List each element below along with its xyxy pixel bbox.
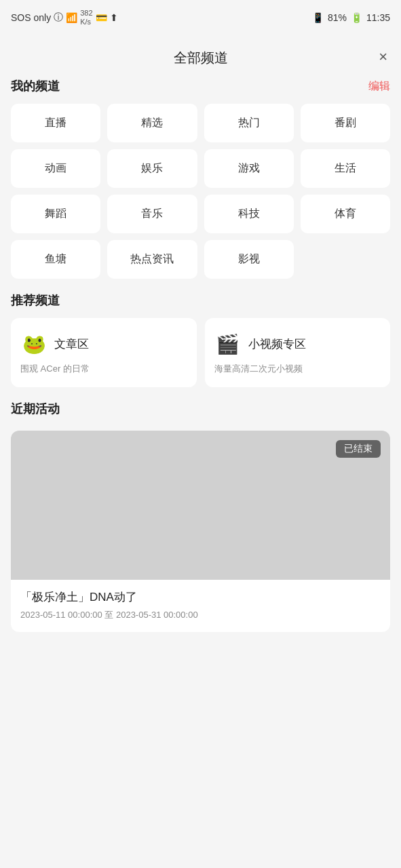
my-channels-title: 我的频道: [11, 78, 60, 94]
upload-icon: ⬆: [110, 12, 118, 23]
channel-item[interactable]: 生活: [301, 149, 390, 188]
status-bar-left: SOS only ⓘ 📶 382K/s 💳 ⬆: [11, 9, 118, 26]
page-header: 全部频道 ×: [0, 35, 401, 78]
warning-icon: ⓘ: [54, 12, 63, 24]
network-speed: 382K/s: [80, 9, 92, 26]
page-title: 全部频道: [174, 49, 228, 67]
channel-item[interactable]: 音乐: [107, 195, 197, 233]
phone-icon: 📱: [312, 12, 324, 23]
wifi-icon: 📶: [66, 12, 77, 23]
activity-badge: 已结束: [336, 440, 381, 458]
channel-item[interactable]: 娱乐: [107, 149, 197, 188]
channel-item[interactable]: 科技: [204, 195, 294, 233]
activity-info: 「极乐净土」DNA动了 2023-05-11 00:00:00 至 2023-0…: [11, 580, 390, 632]
channel-grid: 直播精选热门番剧动画娱乐游戏生活舞蹈音乐科技体育鱼塘热点资讯影视: [11, 104, 390, 279]
recommend-desc: 海量高清二次元小视频: [214, 363, 381, 375]
activity-date: 2023-05-11 00:00:00 至 2023-05-31 00:00:0…: [20, 609, 381, 621]
close-button[interactable]: ×: [379, 50, 387, 64]
my-channels-header: 我的频道 编辑: [11, 78, 390, 94]
channel-item[interactable]: 动画: [11, 149, 100, 188]
activity-card[interactable]: 已结束 「极乐净土」DNA动了 2023-05-11 00:00:00 至 20…: [11, 431, 390, 632]
battery-icon: 🔋: [351, 12, 362, 23]
recent-activity-section: 近期活动: [0, 401, 401, 417]
edit-button[interactable]: 编辑: [368, 79, 390, 94]
battery-percent: 81%: [328, 12, 347, 23]
recommend-name: 文章区: [54, 336, 89, 352]
recommend-grid: 🐸文章区围观 ACer 的日常🎬小视频专区海量高清二次元小视频: [11, 318, 390, 387]
recommend-card[interactable]: 🐸文章区围观 ACer 的日常: [11, 318, 197, 387]
channel-item[interactable]: 热门: [204, 104, 294, 142]
recommend-section: 推荐频道 🐸文章区围观 ACer 的日常🎬小视频专区海量高清二次元小视频: [0, 292, 401, 387]
recommend-name: 小视频专区: [248, 336, 306, 352]
channel-item[interactable]: 游戏: [204, 149, 294, 188]
recent-activity-header: 近期活动: [11, 401, 390, 417]
recommend-icon: 🎬: [214, 330, 242, 357]
channel-item[interactable]: 直播: [11, 104, 100, 142]
channel-item[interactable]: 影视: [204, 240, 294, 279]
clock: 11:35: [366, 12, 390, 23]
recommend-header: 推荐频道: [11, 292, 390, 309]
sos-text: SOS only: [11, 12, 51, 23]
channel-item[interactable]: 番剧: [301, 104, 390, 142]
recommend-desc: 围观 ACer 的日常: [20, 363, 187, 375]
channel-item[interactable]: 热点资讯: [107, 240, 197, 279]
sim-icon: 💳: [96, 12, 107, 23]
main-content: 全部频道 × 我的频道 编辑 直播精选热门番剧动画娱乐游戏生活舞蹈音乐科技体育鱼…: [0, 35, 401, 632]
status-bar-right: 📱 81% 🔋 11:35: [312, 12, 390, 23]
channel-item[interactable]: 舞蹈: [11, 195, 100, 233]
my-channels-section: 我的频道 编辑 直播精选热门番剧动画娱乐游戏生活舞蹈音乐科技体育鱼塘热点资讯影视: [0, 78, 401, 279]
channel-item[interactable]: 鱼塘: [11, 240, 100, 279]
recent-activity-title: 近期活动: [11, 401, 60, 417]
activity-title: 「极乐净土」DNA动了: [20, 589, 381, 605]
channel-item[interactable]: 体育: [301, 195, 390, 233]
activity-image: 已结束: [11, 431, 390, 580]
recommend-card[interactable]: 🎬小视频专区海量高清二次元小视频: [205, 318, 391, 387]
recommend-title: 推荐频道: [11, 292, 60, 309]
channel-item[interactable]: 精选: [107, 104, 197, 142]
status-bar: SOS only ⓘ 📶 382K/s 💳 ⬆ 📱 81% 🔋 11:35: [0, 0, 401, 35]
recommend-icon: 🐸: [20, 330, 47, 357]
